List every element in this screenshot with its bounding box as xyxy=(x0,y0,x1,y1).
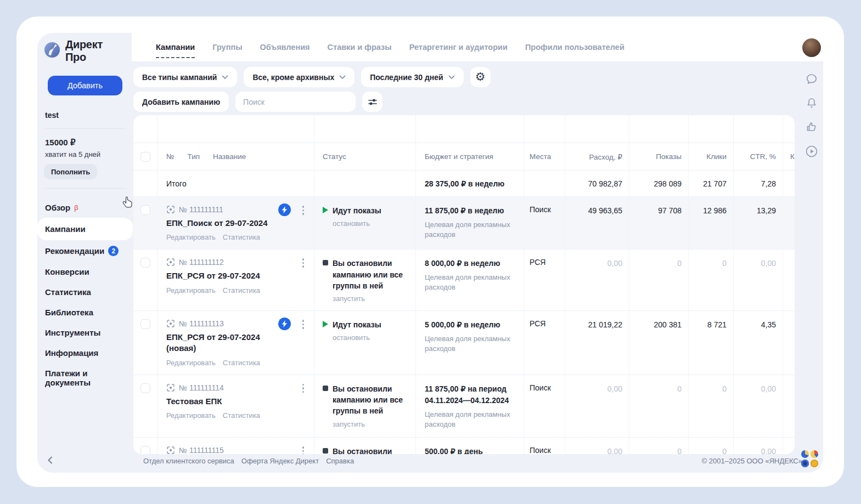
campaign-type-filter[interactable]: Все типы кампаний xyxy=(133,67,237,87)
direct-pro-logo-icon xyxy=(44,42,60,60)
shows-value: 0 xyxy=(629,375,689,437)
statistics-link[interactable]: Статистика xyxy=(223,286,260,295)
sidebar-item[interactable]: Библиотека xyxy=(44,302,126,322)
notifications-button[interactable] xyxy=(804,95,819,111)
status-action-link[interactable]: остановить xyxy=(333,333,409,342)
add-button[interactable]: Добавить xyxy=(48,76,122,95)
col-spend[interactable]: Расход, ₽ xyxy=(589,152,622,161)
tab[interactable]: Ставки и фразы xyxy=(328,35,392,59)
sidebar-item[interactable]: Инструменты xyxy=(44,322,126,343)
status-stopped-icon xyxy=(323,260,328,265)
tab[interactable]: Группы xyxy=(212,35,242,59)
campaign-name[interactable]: Тестовая ЕПК xyxy=(166,396,275,407)
campaign-number[interactable]: № 111111113 xyxy=(179,319,224,328)
topup-button[interactable]: Пополнить xyxy=(44,164,97,179)
boost-badge[interactable] xyxy=(278,318,291,330)
bell-icon xyxy=(805,97,818,110)
account-name[interactable]: test xyxy=(45,111,126,120)
col-clicks[interactable]: Клики xyxy=(706,152,727,161)
pie-blue-yellow-icon[interactable] xyxy=(801,450,809,458)
top-tab-bar: Кампании Группы Объявления Ставки и фраз… xyxy=(132,33,823,61)
clicks-value: 0 xyxy=(689,375,734,437)
yellow-dot-icon[interactable] xyxy=(811,460,818,467)
row-checkbox[interactable] xyxy=(140,258,150,268)
col-budget[interactable]: Бюджет и стратегия xyxy=(425,152,493,161)
edit-link[interactable]: Редактировать xyxy=(166,233,216,241)
footer-link[interactable]: Отдел клиентского сервиса xyxy=(143,457,234,465)
sidebar-item[interactable]: Кампании xyxy=(37,218,133,240)
campaign-row: № 111111114 Тестовая ЕПК Редактировать С… xyxy=(133,375,795,437)
status-action-link[interactable]: остановить xyxy=(333,219,409,228)
lightning-icon xyxy=(282,206,288,213)
row-checkbox[interactable] xyxy=(140,319,150,329)
row-menu-button[interactable] xyxy=(301,257,306,269)
chat-button[interactable] xyxy=(804,71,819,87)
statistics-link[interactable]: Статистика xyxy=(223,359,260,367)
logo[interactable]: Директ Про xyxy=(44,38,126,64)
col-conversions[interactable]: Конверсии xyxy=(790,152,795,161)
edit-link[interactable]: Редактировать xyxy=(166,286,216,295)
sidebar: Директ Про Добавить test 15000 ₽ хватит … xyxy=(44,38,126,393)
yellow-red-pie-icon[interactable] xyxy=(811,450,818,458)
row-checkbox[interactable] xyxy=(140,383,150,393)
advanced-filter-button[interactable] xyxy=(362,92,382,112)
col-status[interactable]: Статус xyxy=(323,152,346,161)
row-menu-button[interactable] xyxy=(301,383,306,394)
row-menu-button[interactable] xyxy=(301,319,306,330)
totals-label: Итого xyxy=(157,171,314,196)
places-value: РСЯ xyxy=(524,250,565,310)
feedback-button[interactable] xyxy=(804,120,819,135)
campaign-number[interactable]: № 111111112 xyxy=(179,258,224,267)
period-filter[interactable]: Последние 30 дней xyxy=(361,67,464,87)
tab[interactable]: Профили пользователей xyxy=(525,35,624,59)
col-num[interactable]: № xyxy=(166,152,174,161)
campaign-number[interactable]: № 111111111 xyxy=(179,205,223,214)
totals-shows: 298 089 xyxy=(629,171,689,196)
boost-badge[interactable] xyxy=(278,203,291,216)
row-checkbox[interactable] xyxy=(140,205,150,215)
sidebar-item[interactable]: Платежи и документы xyxy=(44,363,126,393)
avatar[interactable] xyxy=(802,38,821,57)
sidebar-item[interactable]: Рекомендации 2 xyxy=(44,240,126,262)
campaign-name[interactable]: ЕПК_Поиск от 29-07-2024 xyxy=(166,218,275,229)
col-name[interactable]: Название xyxy=(213,152,246,161)
campaign-name[interactable]: ЕПК_РСЯ от 29-07-2024 xyxy=(166,270,275,281)
footer-link[interactable]: Справка xyxy=(326,457,354,465)
sidebar-item[interactable]: Статистика xyxy=(44,282,126,302)
statistics-link[interactable]: Статистика xyxy=(223,233,260,241)
col-ctr[interactable]: CTR, % xyxy=(750,152,776,161)
col-type[interactable]: Тип xyxy=(187,152,200,161)
row-menu-button[interactable] xyxy=(301,205,306,216)
select-all-checkbox[interactable] xyxy=(140,152,150,162)
divider xyxy=(45,128,125,129)
budget-value: 8 000,00 ₽ в неделю xyxy=(425,258,516,269)
edit-link[interactable]: Редактировать xyxy=(166,359,216,367)
search-input[interactable] xyxy=(235,92,356,112)
campaign-number[interactable]: № 111111114 xyxy=(179,383,224,392)
statistics-link[interactable]: Статистика xyxy=(223,411,260,420)
tab[interactable]: Кампании xyxy=(156,35,195,59)
logo-text: Директ Про xyxy=(65,38,126,64)
status-action-link[interactable]: запустить xyxy=(333,295,409,303)
col-places[interactable]: Места xyxy=(530,152,551,161)
tab[interactable]: Объявления xyxy=(260,35,310,59)
count-badge: 2 xyxy=(108,246,119,256)
collapse-sidebar-button[interactable] xyxy=(47,456,53,466)
sidebar-item[interactable]: Конверсии xyxy=(44,262,126,282)
video-help-button[interactable] xyxy=(804,144,819,159)
footer: Отдел клиентского сервисаОферта Яндекс Д… xyxy=(37,449,823,473)
budget-value: 11 875,00 ₽ в неделю xyxy=(425,205,516,217)
col-shows[interactable]: Показы xyxy=(656,152,682,161)
sidebar-item[interactable]: Обзор β xyxy=(44,197,126,218)
footer-link[interactable]: Оферта Яндекс Директ xyxy=(241,457,319,465)
navy-ring-icon[interactable] xyxy=(801,460,809,467)
archive-filter[interactable]: Все, кроме архивных xyxy=(244,67,354,87)
status-action-link[interactable]: запустить xyxy=(333,420,409,428)
edit-link[interactable]: Редактировать xyxy=(166,411,216,420)
sidebar-item[interactable]: Информация xyxy=(44,343,126,363)
tab[interactable]: Ретаргетинг и аудитории xyxy=(409,35,508,59)
table-settings-button[interactable]: ⚙ xyxy=(470,67,491,87)
add-campaign-button[interactable]: Добавить кампанию xyxy=(133,92,229,112)
status-text: Вы остановили кампанию или все группы в … xyxy=(333,258,409,291)
campaign-name[interactable]: ЕПК_РСЯ от 29-07-2024 (новая) xyxy=(166,332,275,354)
